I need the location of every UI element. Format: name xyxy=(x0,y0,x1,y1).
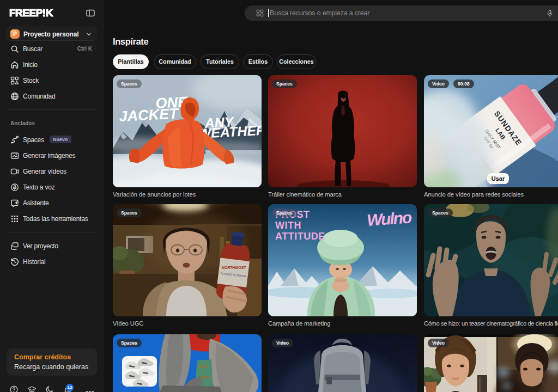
svg-text:Wulno: Wulno xyxy=(366,208,413,229)
svg-text:JACKET: JACKET xyxy=(119,105,180,125)
svg-text:WITH: WITH xyxy=(275,220,301,231)
svg-text:ATTITUDE: ATTITUDE xyxy=(275,231,325,242)
